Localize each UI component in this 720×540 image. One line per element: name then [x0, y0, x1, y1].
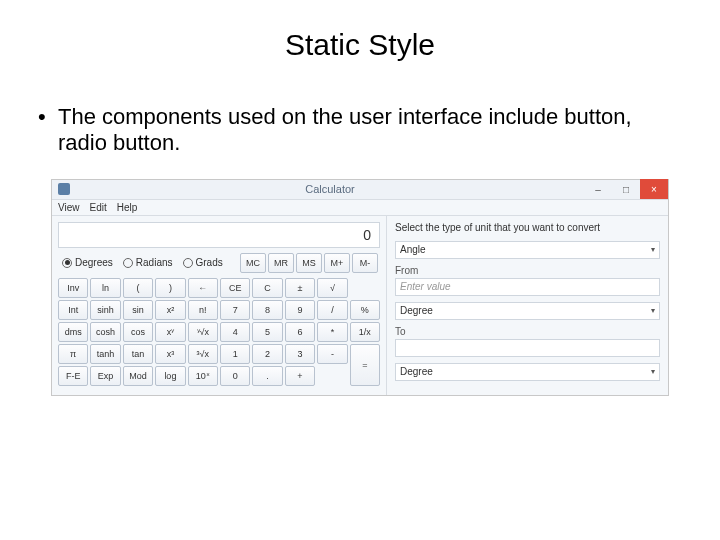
calc-button[interactable]: ln [90, 278, 120, 298]
calc-button[interactable]: cos [123, 322, 153, 342]
from-value-input[interactable]: Enter value [395, 278, 660, 296]
calc-button[interactable]: xʸ [155, 322, 185, 342]
bullet-list: The components used on the user interfac… [36, 104, 684, 157]
chevron-down-icon: ▾ [651, 306, 655, 315]
menubar: View Edit Help [52, 200, 668, 216]
calc-button[interactable]: Mod [123, 366, 153, 386]
bullet-item: The components used on the user interfac… [58, 104, 684, 157]
to-label: To [395, 326, 660, 337]
display: 0 [58, 222, 380, 248]
calc-button[interactable]: F-E [58, 366, 88, 386]
calc-button[interactable]: dms [58, 322, 88, 342]
mem-mr[interactable]: MR [268, 253, 294, 273]
menu-edit[interactable]: Edit [90, 202, 107, 213]
converter-pane: Select the type of unit that you want to… [386, 216, 668, 395]
calc-button[interactable]: √ [317, 278, 347, 298]
calc-button[interactable]: 9 [285, 300, 315, 320]
calc-button[interactable]: ( [123, 278, 153, 298]
calc-button[interactable]: 0 [220, 366, 250, 386]
radio-radians[interactable]: Radians [123, 257, 173, 268]
to-unit-select[interactable]: Degree▾ [395, 363, 660, 381]
calc-button[interactable]: 5 [252, 322, 282, 342]
chevron-down-icon: ▾ [651, 245, 655, 254]
calc-button[interactable]: 10ˣ [188, 366, 218, 386]
category-select[interactable]: Angle▾ [395, 241, 660, 259]
to-value-display [395, 339, 660, 357]
calc-button[interactable]: / [317, 300, 347, 320]
radio-icon [62, 258, 72, 268]
calc-button[interactable]: = [350, 344, 380, 386]
from-unit-select[interactable]: Degree▾ [395, 302, 660, 320]
slide-title: Static Style [0, 28, 720, 62]
calculator-pane: 0 Degrees Radians Grads MC MR MS M+ M- I… [52, 216, 386, 395]
calc-button[interactable]: Inv [58, 278, 88, 298]
calc-button[interactable]: sin [123, 300, 153, 320]
calc-button[interactable]: ʸ√x [188, 322, 218, 342]
app-icon [58, 183, 70, 195]
calc-button[interactable]: 6 [285, 322, 315, 342]
calc-button[interactable]: + [285, 366, 315, 386]
calc-button[interactable]: ← [188, 278, 218, 298]
calc-button[interactable]: * [317, 322, 347, 342]
calc-button[interactable]: 1/x [350, 322, 380, 342]
mem-ms[interactable]: MS [296, 253, 322, 273]
minimize-button[interactable]: – [584, 179, 612, 199]
calc-button[interactable]: 3 [285, 344, 315, 364]
close-button[interactable]: × [640, 179, 668, 199]
calc-button[interactable]: CE [220, 278, 250, 298]
maximize-button[interactable]: □ [612, 179, 640, 199]
radio-degrees[interactable]: Degrees [62, 257, 113, 268]
from-label: From [395, 265, 660, 276]
calc-button[interactable]: x² [155, 300, 185, 320]
radio-icon [123, 258, 133, 268]
button-grid: Invln()←CEC±√Intsinhsinx²n!789/%dmscoshc… [58, 278, 380, 386]
calc-button[interactable]: 4 [220, 322, 250, 342]
calc-button[interactable]: tanh [90, 344, 120, 364]
radio-icon [183, 258, 193, 268]
calc-button[interactable]: 1 [220, 344, 250, 364]
calc-button[interactable]: - [317, 344, 347, 364]
calc-button[interactable]: ) [155, 278, 185, 298]
titlebar: Calculator – □ × [52, 180, 668, 200]
calc-button[interactable]: sinh [90, 300, 120, 320]
calc-button[interactable]: cosh [90, 322, 120, 342]
mem-mplus[interactable]: M+ [324, 253, 350, 273]
calc-button[interactable]: C [252, 278, 282, 298]
converter-heading: Select the type of unit that you want to… [395, 222, 660, 233]
calc-button[interactable]: Int [58, 300, 88, 320]
calc-button[interactable]: log [155, 366, 185, 386]
calc-button[interactable]: 2 [252, 344, 282, 364]
mem-mc[interactable]: MC [240, 253, 266, 273]
calc-button[interactable]: n! [188, 300, 218, 320]
chevron-down-icon: ▾ [651, 367, 655, 376]
calc-button[interactable]: π [58, 344, 88, 364]
calculator-window: Calculator – □ × View Edit Help 0 Degree… [51, 179, 669, 396]
window-title: Calculator [76, 183, 584, 195]
mem-mminus[interactable]: M- [352, 253, 378, 273]
calc-button[interactable]: % [350, 300, 380, 320]
calc-button[interactable]: 8 [252, 300, 282, 320]
calc-button[interactable]: Exp [90, 366, 120, 386]
calc-button[interactable]: 7 [220, 300, 250, 320]
radio-grads[interactable]: Grads [183, 257, 223, 268]
calc-button[interactable]: x³ [155, 344, 185, 364]
menu-view[interactable]: View [58, 202, 80, 213]
angle-mode-row: Degrees Radians Grads MC MR MS M+ M- [58, 252, 380, 274]
calc-button[interactable]: ± [285, 278, 315, 298]
menu-help[interactable]: Help [117, 202, 138, 213]
calc-button[interactable]: tan [123, 344, 153, 364]
calc-button[interactable]: . [252, 366, 282, 386]
calc-button[interactable]: ³√x [188, 344, 218, 364]
